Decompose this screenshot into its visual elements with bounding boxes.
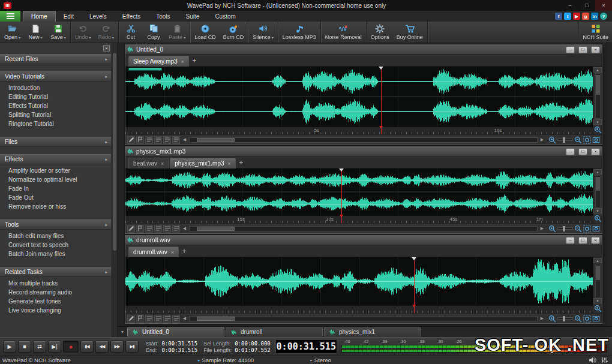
- waveform-display[interactable]: [125, 257, 593, 305]
- zoom-in-icon[interactable]: [548, 225, 556, 233]
- taskbar-scroll-icon[interactable]: ▼: [119, 330, 126, 334]
- go-to-start-button[interactable]: ▮◀: [80, 341, 94, 353]
- noise-removal-button[interactable]: Noise Removal: [322, 22, 365, 43]
- zoom-full-icon[interactable]: [592, 315, 600, 323]
- effect-chain-icon[interactable]: [172, 315, 180, 323]
- go-to-end-button[interactable]: ▶▮: [125, 341, 139, 353]
- sidebar-item-introduction[interactable]: Introduction: [0, 83, 111, 92]
- scroll-down-icon[interactable]: ▼: [593, 208, 602, 213]
- cue-list-icon[interactable]: [163, 315, 171, 323]
- sidebar-item-mix-multiple-tracks[interactable]: Mix multiple tracks: [0, 279, 111, 288]
- chevron-down-icon[interactable]: ▾: [272, 35, 274, 40]
- sidebar-item-splitting-tutorial[interactable]: Splitting Tutorial: [0, 110, 111, 119]
- tab-close-icon[interactable]: ×: [161, 161, 164, 167]
- document-minimize-button[interactable]: –: [566, 237, 575, 244]
- sidebar-section-video-tutorials[interactable]: Video Tutorials▸: [0, 71, 111, 82]
- sidebar-item-batch-join-many-files[interactable]: Batch Join many files: [0, 249, 111, 258]
- chevron-down-icon[interactable]: ▾: [19, 35, 20, 40]
- marker-tool-icon[interactable]: [136, 225, 144, 233]
- open-button[interactable]: Open▾: [1, 22, 24, 43]
- scroll-right-icon[interactable]: ▶: [539, 316, 545, 321]
- cue-list-icon[interactable]: [163, 225, 171, 233]
- document-maximize-button[interactable]: □: [578, 237, 587, 244]
- scroll-up-icon[interactable]: ▲: [593, 67, 602, 73]
- new-tab-button[interactable]: +: [190, 56, 199, 67]
- volume-icon[interactable]: [589, 357, 596, 363]
- bookmark-list-icon[interactable]: [154, 225, 162, 233]
- sidebar-item-convert-text-to-speech[interactable]: Convert text to speech: [0, 240, 111, 249]
- scroll-left-icon[interactable]: ◀: [181, 226, 188, 231]
- undo-button[interactable]: Undo▾: [71, 22, 95, 43]
- google-plus-icon[interactable]: g: [582, 13, 589, 20]
- youtube-icon[interactable]: ▶: [573, 13, 580, 20]
- sidebar-item-remove-noise-or-hiss[interactable]: Remove noise or hiss: [0, 202, 111, 211]
- taskbar-item-untitled-0[interactable]: Untitled_0: [127, 327, 224, 336]
- window-minimize-button[interactable]: –: [562, 0, 578, 11]
- sidebar-item-normalize-to-optimal-level[interactable]: Normalize to optimal level: [0, 175, 111, 184]
- edit-tool-icon[interactable]: [127, 225, 135, 233]
- document-minimize-button[interactable]: –: [566, 46, 575, 53]
- burn-cd-button[interactable]: Burn CD: [220, 22, 248, 43]
- facebook-icon[interactable]: f: [555, 13, 562, 20]
- sidebar-scrollbar[interactable]: [112, 43, 117, 337]
- zoom-vertical-icon[interactable]: [594, 214, 602, 222]
- sidebar-section-tools[interactable]: Tools▸: [0, 219, 111, 230]
- ribbon-tab-effects[interactable]: Effects: [115, 11, 148, 22]
- horizontal-scroll-track[interactable]: [189, 316, 538, 321]
- scroll-down-icon[interactable]: ▼: [593, 119, 602, 125]
- zoom-selection-icon[interactable]: [583, 315, 591, 323]
- zoom-selection-icon[interactable]: [583, 136, 591, 144]
- horizontal-scroll-thumb[interactable]: [197, 317, 235, 321]
- zoom-vertical-icon[interactable]: [594, 125, 602, 134]
- document-titlebar[interactable]: physics_mix1.mp3–□×: [125, 147, 602, 157]
- zoom-selection-icon[interactable]: [583, 225, 591, 233]
- chevron-down-icon[interactable]: ▾: [89, 35, 91, 40]
- ribbon-tab-levels[interactable]: Levels: [82, 11, 115, 22]
- zoom-out-icon[interactable]: [574, 136, 582, 144]
- vertical-scroll-thumb[interactable]: [596, 177, 600, 191]
- horizontal-scroll-track[interactable]: [189, 226, 538, 231]
- chevron-down-icon[interactable]: ▾: [64, 35, 66, 40]
- ribbon-tab-custom[interactable]: Custom: [207, 11, 243, 22]
- audio-tab[interactable]: physics_mix1.mp3×: [170, 158, 236, 169]
- ribbon-tab-tools[interactable]: Tools: [148, 11, 178, 22]
- sidebar-item-amplify-louder-or-softer[interactable]: Amplify louder or softer: [0, 166, 111, 175]
- document-close-button[interactable]: ×: [591, 237, 600, 244]
- document-maximize-button[interactable]: □: [578, 148, 587, 155]
- zoom-vertical-icon[interactable]: [594, 304, 602, 312]
- buy-online-button[interactable]: Buy Online: [393, 22, 427, 43]
- main-menu-button[interactable]: [0, 11, 20, 22]
- zoom-in-icon[interactable]: [548, 315, 556, 323]
- scroll-up-icon[interactable]: ▲: [593, 169, 602, 175]
- rewind-button[interactable]: ◀◀: [95, 341, 109, 353]
- cue-list-icon[interactable]: [163, 136, 171, 144]
- silence-button[interactable]: Silence▾: [249, 22, 277, 43]
- edit-tool-icon[interactable]: [127, 315, 135, 323]
- timeline-ruler[interactable]: 15s30s45s1m: [125, 215, 593, 223]
- document-maximize-button[interactable]: □: [578, 46, 587, 53]
- vertical-scroll-track[interactable]: [595, 73, 601, 119]
- twitter-icon[interactable]: t: [564, 13, 571, 20]
- audio-tab[interactable]: drumroll.wav×: [128, 246, 179, 257]
- zoom-in-icon[interactable]: [548, 136, 556, 144]
- help-icon[interactable]: ?: [600, 13, 607, 20]
- waveform-display[interactable]: [125, 67, 593, 127]
- vertical-scroll-thumb[interactable]: [596, 266, 600, 280]
- document-titlebar[interactable]: drumroll.wav–□×: [125, 236, 602, 245]
- zoom-full-icon[interactable]: [592, 225, 600, 233]
- horizontal-scroll-thumb[interactable]: [197, 138, 235, 142]
- ribbon-tab-home[interactable]: Home: [23, 11, 56, 22]
- audio-tab[interactable]: beat.wav×: [128, 158, 169, 169]
- vertical-scroll-track[interactable]: [595, 264, 601, 297]
- ribbon-tab-suite[interactable]: Suite: [178, 11, 208, 22]
- horizontal-scroll-thumb[interactable]: [197, 227, 235, 231]
- scroll-right-icon[interactable]: ▶: [539, 226, 545, 231]
- document-titlebar[interactable]: Untitled_0–□×: [125, 45, 602, 55]
- fast-forward-button[interactable]: ▶▶: [110, 341, 124, 353]
- zoom-slider[interactable]: [557, 227, 573, 230]
- play-button[interactable]: ▶: [3, 341, 16, 353]
- chevron-down-icon[interactable]: ▾: [184, 35, 185, 40]
- tab-close-icon[interactable]: ×: [181, 59, 184, 65]
- sidebar-section-related-tasks[interactable]: Related Tasks▸: [0, 267, 111, 277]
- sidebar-item-fade-in[interactable]: Fade In: [0, 184, 111, 193]
